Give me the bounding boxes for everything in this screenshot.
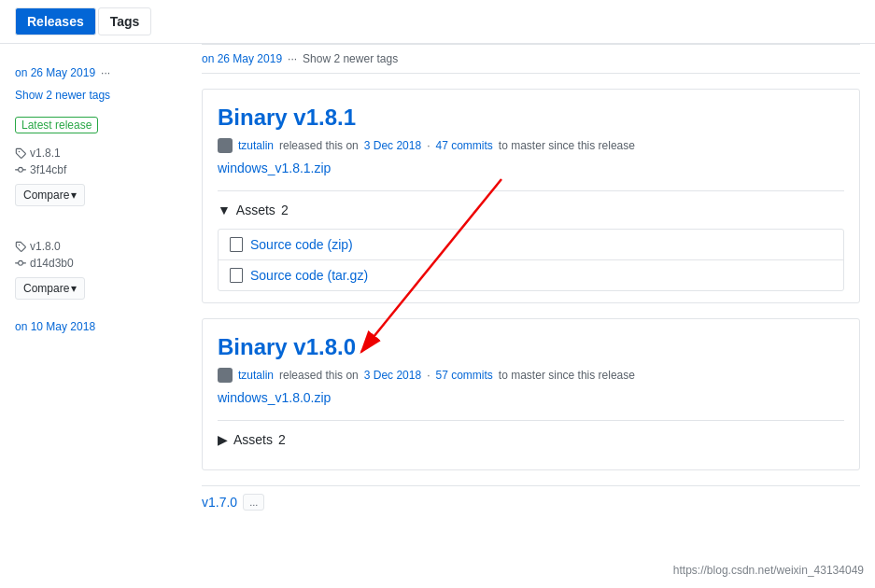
release-card-1-header: Binary v1.8.1 tzutalin released this on … [203,90,859,190]
tab-bar: Releases Tags [0,0,875,44]
tag-icon-1 [15,147,26,159]
main-container: on 26 May 2019 ··· Show 2 newer tags Lat… [0,44,875,518]
more-button[interactable]: ... [243,494,264,511]
release-title-2[interactable]: Binary v1.8.0 [218,334,844,360]
sidebar-commit-2: d14d3b0 [15,257,172,270]
date-label-2: on 10 May 2018 [15,320,95,333]
doc-icon-zip-1 [230,237,243,252]
release-card-2-header: Binary v1.8.0 tzutalin released this on … [203,319,859,420]
release-card-1: Binary v1.8.1 tzutalin released this on … [202,89,860,303]
sidebar-release-2: v1.8.0 d14d3b0 Compare ▾ [15,225,172,300]
avatar-2 [218,368,233,383]
chevron-down-icon-2: ▾ [71,282,77,295]
sidebar-tag-2: v1.8.0 [15,240,172,253]
assets-label-1: Assets [236,203,275,217]
release-card-2: Binary v1.8.0 tzutalin released this on … [202,318,860,470]
asset-item-zip-1: Source code (zip) [219,230,843,260]
commits-link-2[interactable]: 57 commits [436,369,493,382]
author-link-2[interactable]: tzutalin [238,369,274,382]
commits-link-1[interactable]: 47 commits [436,139,493,152]
assets-toggle-2[interactable]: ▶ Assets 2 [218,432,844,447]
tab-releases[interactable]: Releases [15,7,96,35]
sidebar: on 26 May 2019 ··· Show 2 newer tags Lat… [0,44,187,518]
sidebar-commit-1: 3f14cbf [15,163,172,176]
dot-sep-1: · [427,139,430,152]
sidebar-release-1: Latest release v1.8.1 3f14cbf Compare ▾ [15,117,172,206]
triangle-down-1: ▼ [218,203,231,217]
released-text-1: released this on [279,139,359,152]
v170-row: v1.7.0 ... [202,485,860,518]
commit-icon-2 [15,258,26,269]
content-date-1: on 26 May 2019 [202,52,282,65]
asset-link-1[interactable]: windows_v1.8.1.zip [218,161,331,175]
show-newer-tags-link[interactable]: Show 2 newer tags [15,89,110,102]
show-newer-content-link[interactable]: Show 2 newer tags [303,52,398,65]
latest-release-badge: Latest release [15,117,98,133]
assets-count-1: 2 [281,203,289,217]
tag-label-2: v1.8.0 [30,240,61,253]
date-label-1: on 26 May 2019 [15,66,95,79]
ellipsis-1: ··· [101,66,110,79]
release-title-1[interactable]: Binary v1.8.1 [218,105,844,131]
date-link-2[interactable]: 3 Dec 2018 [364,369,421,382]
date-header-1: on 26 May 2019 ··· [15,59,172,87]
show-newer-bar: on 26 May 2019 ··· Show 2 newer tags [202,44,860,74]
asset-item-targz-1: Source code (tar.gz) [219,260,843,290]
avatar-1 [218,138,233,153]
compare-button-1[interactable]: Compare ▾ [15,184,85,206]
date-link-1[interactable]: 3 Dec 2018 [364,139,421,152]
assets-label-2: Assets [233,432,273,447]
released-text-2: released this on [279,369,359,382]
dot-sep-2: · [427,369,430,382]
to-master-2: to master since this release [499,369,635,382]
triangle-right-2: ▶ [218,432,228,447]
assets-section-2: ▶ Assets 2 [203,421,859,469]
v170-link[interactable]: v1.7.0 [202,495,237,510]
chevron-down-icon-1: ▾ [71,189,77,202]
asset-link-2[interactable]: windows_v1.8.0.zip [218,390,331,405]
source-targz-link-1[interactable]: Source code (tar.gz) [250,268,368,283]
assets-section-1: ▼ Assets 2 Source code (zip) Source code… [203,191,859,302]
ellipsis-dots: ··· [288,52,297,65]
assets-toggle-1[interactable]: ▼ Assets 2 [218,203,844,217]
tag-label-1: v1.8.1 [30,147,61,160]
doc-icon-targz-1 [230,268,243,283]
tag-icon-2 [15,241,26,252]
release-meta-2: tzutalin released this on 3 Dec 2018 · 5… [218,368,844,383]
release-meta-1: tzutalin released this on 3 Dec 2018 · 4… [218,138,844,153]
to-master-1: to master since this release [499,139,635,152]
commit-label-1: 3f14cbf [30,163,66,176]
author-link-1[interactable]: tzutalin [238,139,274,152]
assets-list-1: Source code (zip) Source code (tar.gz) [218,229,844,291]
sidebar-tag-1: v1.8.1 [15,147,172,160]
assets-count-2: 2 [278,432,286,447]
commit-label-2: d14d3b0 [30,257,74,270]
compare-button-2[interactable]: Compare ▾ [15,277,85,300]
commit-icon-1 [15,164,26,175]
tab-tags[interactable]: Tags [98,7,152,35]
source-zip-link-1[interactable]: Source code (zip) [250,237,353,252]
main-content: on 26 May 2019 ··· Show 2 newer tags Bin… [187,44,875,518]
